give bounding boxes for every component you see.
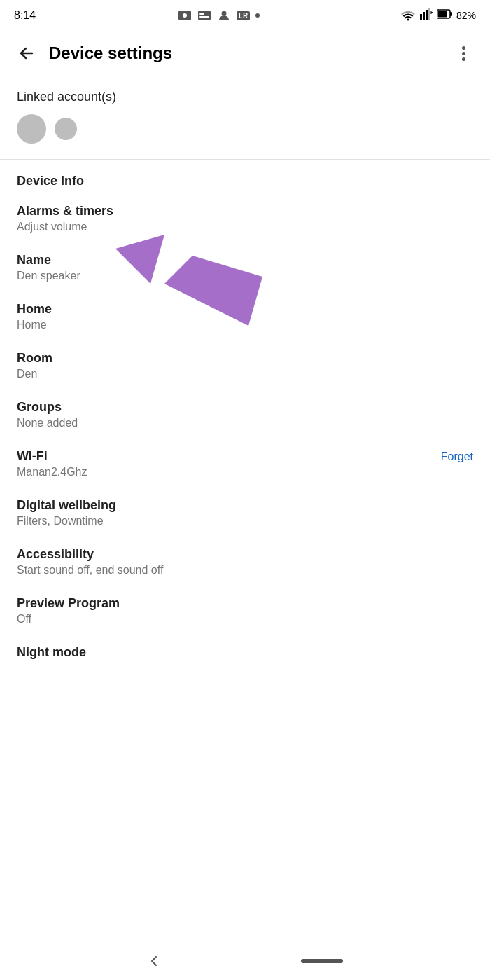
night-mode-title: Night mode <box>17 645 473 660</box>
status-time: 8:14 <box>14 9 36 22</box>
wifi-title: Wi-Fi <box>17 449 88 464</box>
bottom-nav-bar <box>0 941 490 980</box>
alarms-timers-item[interactable]: Alarms & timers Adjust volume <box>0 194 490 243</box>
device-info-section-header: Device Info <box>0 160 490 194</box>
home-subtitle: Home <box>17 319 473 331</box>
avatar-secondary <box>55 118 77 140</box>
subtitles-icon <box>197 9 212 22</box>
groups-subtitle: None added <box>17 417 473 429</box>
svg-rect-3 <box>200 13 204 15</box>
groups-title: Groups <box>17 400 473 415</box>
svg-rect-2 <box>198 11 211 20</box>
alarms-timers-subtitle: Adjust volume <box>17 221 113 233</box>
svg-rect-12 <box>450 12 452 16</box>
wifi-item[interactable]: Wi-Fi Manan2.4Ghz Forget <box>0 439 490 488</box>
app-bar: Device settings <box>0 29 490 77</box>
status-bar: 8:14 LR <box>0 0 490 29</box>
svg-rect-4 <box>200 16 209 18</box>
svg-rect-13 <box>438 11 447 18</box>
dot-menu-icon <box>462 46 465 50</box>
photo-icon <box>177 9 192 22</box>
svg-rect-6 <box>420 14 422 20</box>
wifi-forget-button[interactable]: Forget <box>441 450 473 463</box>
status-right-icons: R 82% <box>400 8 476 22</box>
name-title: Name <box>17 253 473 268</box>
home-pill[interactable] <box>301 959 343 963</box>
battery-percent: 82% <box>456 10 476 21</box>
linked-avatars <box>17 114 473 144</box>
more-options-button[interactable] <box>448 38 479 69</box>
room-subtitle: Den <box>17 368 473 380</box>
status-icons: LR <box>177 9 260 22</box>
linked-accounts-label: Linked account(s) <box>17 90 473 104</box>
svg-text:R: R <box>430 10 433 15</box>
room-title: Room <box>17 351 473 366</box>
svg-rect-7 <box>423 12 425 20</box>
accessibility-item[interactable]: Accessibility Start sound off, end sound… <box>0 537 490 586</box>
bottom-back-button[interactable] <box>147 954 161 968</box>
accessibility-title: Accessibility <box>17 547 473 562</box>
lr-badge: LR <box>236 9 251 22</box>
name-subtitle: Den speaker <box>17 270 473 282</box>
accessibility-subtitle: Start sound off, end sound off <box>17 564 473 577</box>
groups-item[interactable]: Groups None added <box>0 390 490 439</box>
wifi-icon <box>400 10 416 21</box>
digital-wellbeing-title: Digital wellbeing <box>17 498 473 513</box>
digital-wellbeing-subtitle: Filters, Downtime <box>17 515 473 527</box>
home-title: Home <box>17 302 473 317</box>
notification-dot <box>255 13 260 18</box>
name-item[interactable]: Name Den speaker <box>0 243 490 292</box>
night-mode-item[interactable]: Night mode <box>0 635 490 672</box>
svg-point-1 <box>183 13 187 18</box>
battery-icon <box>437 9 452 22</box>
dot-menu-icon <box>462 57 465 61</box>
settings-items-container: Alarms & timers Adjust volume Name Den s… <box>0 194 490 672</box>
wifi-subtitle: Manan2.4Ghz <box>17 466 88 478</box>
avatar-primary <box>17 114 46 144</box>
home-item[interactable]: Home Home <box>0 292 490 341</box>
preview-program-title: Preview Program <box>17 596 473 611</box>
back-button[interactable] <box>11 38 42 69</box>
dot-menu-icon <box>462 52 465 55</box>
svg-rect-8 <box>426 10 428 20</box>
page-title: Device settings <box>49 43 448 63</box>
linked-accounts-section: Linked account(s) <box>0 77 490 160</box>
preview-program-subtitle: Off <box>17 613 473 626</box>
preview-program-item[interactable]: Preview Program Off <box>0 586 490 635</box>
digital-wellbeing-item[interactable]: Digital wellbeing Filters, Downtime <box>0 488 490 537</box>
room-item[interactable]: Room Den <box>0 341 490 390</box>
person-icon <box>216 9 232 22</box>
signal-icon: R <box>420 8 433 22</box>
svg-point-5 <box>221 11 226 16</box>
alarms-timers-title: Alarms & timers <box>17 204 113 219</box>
